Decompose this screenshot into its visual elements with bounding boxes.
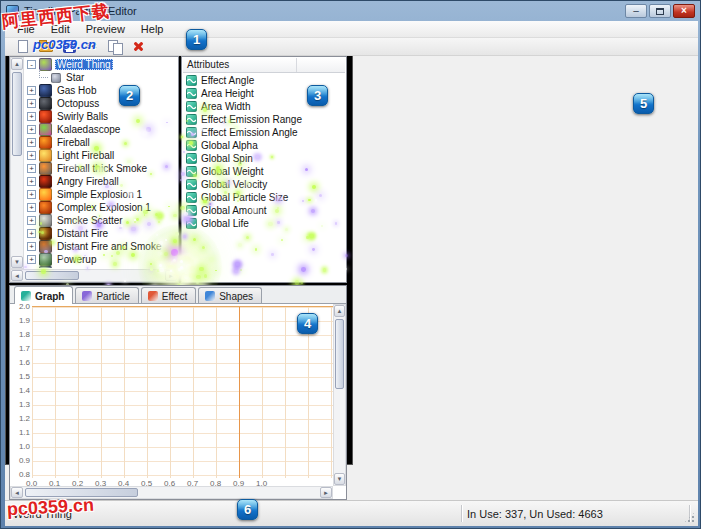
scrollbar-thumb[interactable] — [25, 271, 79, 280]
cut-button[interactable]: ✂ — [82, 39, 102, 55]
scroll-up-icon[interactable]: ▲ — [11, 58, 23, 70]
tree-item[interactable]: +Kalaedascope — [25, 123, 177, 136]
client-area: FileEditPreviewHelp ✂ ▲▼ -Weird ThingSta… — [5, 21, 698, 526]
scrollbar-thumb[interactable] — [25, 488, 138, 497]
y-tick-label: 1.0 — [19, 442, 30, 451]
expand-icon[interactable]: + — [27, 177, 36, 186]
particle — [311, 209, 315, 213]
tree-item[interactable]: +Angry Fireball — [25, 175, 177, 188]
effect-icon — [39, 123, 52, 136]
tree-vertical-scrollbar[interactable]: ▲▼ — [10, 57, 24, 269]
scrollbar-thumb[interactable] — [335, 319, 344, 389]
graph-vertical-scrollbar[interactable]: ▲▼ — [333, 304, 346, 486]
scroll-right-icon[interactable]: ► — [320, 487, 332, 498]
particle — [277, 221, 280, 224]
save-button[interactable] — [59, 39, 79, 55]
tab-particle-icon — [82, 291, 92, 301]
menu-item-file[interactable]: File — [9, 22, 43, 36]
tree-item[interactable]: +Light Fireball — [25, 149, 177, 162]
particle — [126, 149, 131, 154]
delete-button[interactable] — [128, 39, 148, 55]
menu-item-help[interactable]: Help — [133, 22, 172, 36]
effect-icon — [39, 188, 52, 201]
scrollbar-track[interactable] — [11, 70, 23, 256]
tab-effect[interactable]: Effect — [141, 287, 196, 303]
expand-icon[interactable]: + — [27, 242, 36, 251]
collapse-icon[interactable]: - — [27, 60, 36, 69]
menu-item-preview[interactable]: Preview — [78, 22, 133, 36]
maximize-icon — [656, 8, 664, 15]
graph-plot-area[interactable] — [32, 306, 336, 478]
attribute-row[interactable]: Effect Emission Range — [183, 113, 345, 126]
scroll-down-icon[interactable]: ▼ — [334, 473, 345, 485]
attribute-label: Global Spin — [201, 153, 253, 164]
maximize-button[interactable] — [649, 4, 671, 18]
attribute-row[interactable]: Global Spin — [183, 152, 345, 165]
title-bar[interactable]: Timeline Particle Editor – × — [1, 1, 700, 21]
tree-item[interactable]: +Swirly Balls — [25, 110, 177, 123]
expand-icon[interactable]: + — [27, 125, 36, 134]
tree-item[interactable]: +Octopuss — [25, 97, 177, 110]
menu-item-edit[interactable]: Edit — [43, 22, 78, 36]
attribute-row[interactable]: Global Amount — [183, 204, 345, 217]
tree-child-item[interactable]: Star — [25, 71, 177, 84]
scroll-up-icon[interactable]: ▲ — [334, 305, 345, 317]
particle — [199, 267, 203, 271]
attribute-row[interactable]: Global Velocity — [183, 178, 345, 191]
tree-item[interactable]: +Gas Hob — [25, 84, 177, 97]
particle — [281, 239, 283, 241]
expand-icon[interactable]: + — [27, 229, 36, 238]
attribute-label: Global Weight — [201, 166, 264, 177]
particle — [78, 226, 83, 231]
attribute-row[interactable]: Global Weight — [183, 165, 345, 178]
attributes-header: Attributes — [183, 58, 345, 73]
particle — [335, 222, 337, 224]
graph-horizontal-scrollbar[interactable]: ◄► — [10, 486, 333, 499]
expand-icon[interactable]: + — [27, 164, 36, 173]
attribute-row[interactable]: Global Particle Size — [183, 191, 345, 204]
expand-icon[interactable]: + — [27, 255, 36, 264]
expand-icon[interactable]: + — [27, 151, 36, 160]
particle — [94, 146, 99, 151]
scroll-left-icon[interactable]: ◄ — [11, 487, 23, 498]
scrollbar-track[interactable] — [334, 317, 345, 473]
scroll-left-icon[interactable]: ◄ — [11, 270, 23, 281]
expand-icon[interactable]: + — [27, 138, 36, 147]
tree-item[interactable]: +Complex Explosion 1 — [25, 201, 177, 214]
callout-badge-5: 5 — [633, 93, 654, 114]
tree-item[interactable]: +Fireball — [25, 136, 177, 149]
attribute-row[interactable]: Effect Emission Angle — [183, 126, 345, 139]
y-tick-label: 1.1 — [19, 428, 30, 437]
expand-icon[interactable]: + — [27, 112, 36, 121]
tab-shapes[interactable]: Shapes — [198, 287, 262, 303]
effect-icon — [39, 97, 52, 110]
close-button[interactable]: × — [673, 4, 695, 18]
scrollbar-track[interactable] — [23, 487, 320, 498]
tree-item[interactable]: +Smoke Scatter — [25, 214, 177, 227]
attribute-row[interactable]: Global Life — [183, 217, 345, 230]
expand-icon[interactable]: + — [27, 86, 36, 95]
status-selected-effect: Weird Thing — [13, 508, 72, 520]
attribute-row[interactable]: Global Alpha — [183, 139, 345, 152]
tree-item-label: Powerup 2 — [55, 267, 107, 268]
y-tick-label: 0.9 — [19, 456, 30, 465]
scroll-down-icon[interactable]: ▼ — [11, 256, 23, 268]
expand-icon[interactable]: + — [27, 216, 36, 225]
copy-button[interactable] — [105, 39, 125, 55]
expand-icon[interactable]: + — [27, 203, 36, 212]
minimize-button[interactable]: – — [625, 4, 647, 18]
particle — [319, 194, 323, 198]
y-tick-label: 1.6 — [19, 358, 30, 367]
menu-bar: FileEditPreviewHelp — [5, 21, 698, 38]
new-button[interactable] — [13, 39, 33, 55]
scrollbar-thumb[interactable] — [12, 72, 22, 156]
open-button[interactable] — [36, 39, 56, 55]
attribute-label: Global Life — [201, 218, 249, 229]
tab-particle[interactable]: Particle — [75, 287, 138, 303]
particle — [240, 269, 242, 271]
particle — [204, 274, 207, 277]
particle — [150, 263, 152, 265]
expand-icon[interactable]: + — [27, 99, 36, 108]
tree-item[interactable]: +Simple Explosion 1 — [25, 188, 177, 201]
expand-icon[interactable]: + — [27, 190, 36, 199]
